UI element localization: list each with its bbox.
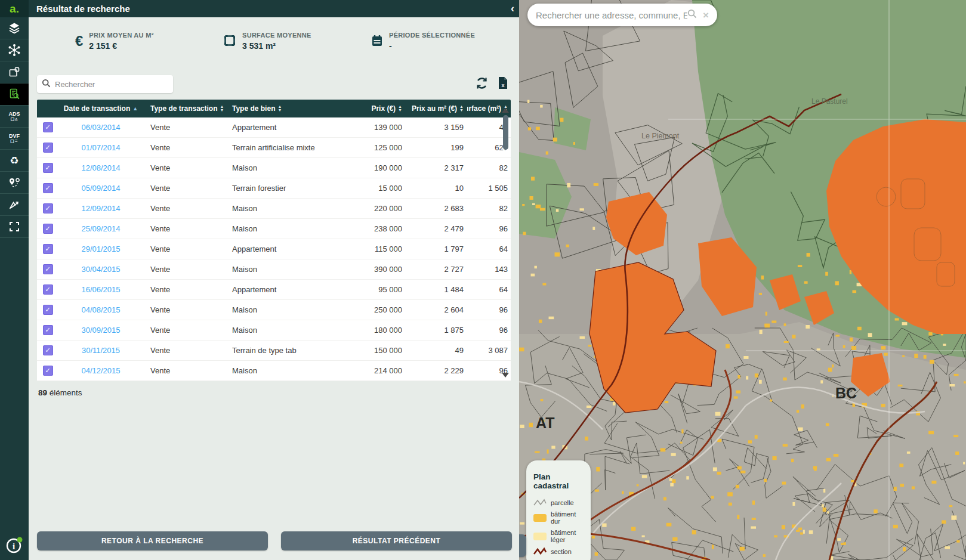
building-footprint [520,425,524,428]
row-checkbox[interactable]: ✓ [43,143,53,153]
table-row[interactable]: ✓30/11/2015VenteTerrain de type tab150 0… [37,341,511,361]
row-checkbox[interactable]: ✓ [43,305,53,315]
sort-icon[interactable]: ▲▼ [277,105,282,112]
table-row[interactable]: ✓16/06/2015VenteAppartement95 0001 48464 [37,280,511,300]
refresh-button[interactable] [475,76,489,92]
transaction-date-link[interactable]: 30/09/2015 [81,326,120,335]
sort-icon[interactable]: ▲▼ [398,105,402,112]
column-header[interactable]: Date de transaction▲ [58,104,143,113]
table-scrollbar-thumb[interactable] [503,115,508,150]
transaction-date-link[interactable]: 30/11/2015 [82,346,120,355]
table-cell: 3 087 [467,346,516,355]
table-row[interactable]: ✓04/12/2015VenteMaison214 0002 22996 [37,361,511,381]
map-search-icon[interactable] [687,9,697,21]
building-footprint [761,276,764,280]
column-header[interactable]: Prix au m² (€)▲▼ [406,104,467,113]
surface-icon [223,34,236,49]
row-checkbox[interactable]: ✓ [43,366,53,376]
row-checkbox[interactable]: ✓ [43,325,53,335]
building-footprint [680,442,683,444]
table-cell: Vente [143,346,229,355]
table-row[interactable]: ✓04/08/2015VenteMaison250 0002 60496 [37,300,511,320]
table-row[interactable]: ✓05/09/2014VenteTerrain forestier15 0001… [37,178,511,199]
sidebar-item-dvf[interactable]: DVF◻≡ [0,128,29,150]
row-checkbox[interactable]: ✓ [43,224,53,234]
sidebar-item-terrain[interactable] [0,194,29,216]
map-corner-control[interactable] [519,534,526,557]
table-row[interactable]: ✓25/09/2014VenteMaison238 0002 47996 [37,219,511,239]
back-to-search-button[interactable]: RETOUR À LA RECHERCHE [37,531,268,550]
row-checkbox[interactable]: ✓ [43,244,53,254]
sidebar-item-pinwheel[interactable]: ♻ [0,150,29,172]
sidebar-item-search-results[interactable] [0,83,29,106]
sidebar-item-share-map[interactable] [0,61,29,83]
table-row[interactable]: ✓12/08/2014VenteMaison190 0002 31782 [37,158,511,178]
table-row[interactable]: ✓30/04/2015VenteMaison390 0002 727143 [37,259,511,280]
column-header[interactable]: Type de transaction▲▼ [143,104,229,113]
export-xlsx-button[interactable]: x [497,76,508,92]
map-search-clear-icon[interactable]: × [703,10,709,20]
map-region[interactable]: Le Piemont Le Pasturel AT BC × Plan cada… [519,0,966,560]
sort-ascending-icon[interactable]: ▲ [132,106,138,112]
transaction-date-link[interactable]: 01/07/2014 [81,143,120,152]
row-checkbox[interactable]: ✓ [43,183,53,193]
row-checkbox[interactable]: ✓ [43,284,53,295]
map-label-pasturel: Le Pasturel [811,97,848,106]
table-row[interactable]: ✓29/01/2015VenteAppartement115 0001 7976… [37,239,511,259]
app-logo[interactable]: a. [0,0,29,17]
column-header[interactable]: Type de bien▲▼ [229,104,351,113]
sidebar-item-layers[interactable] [0,17,29,39]
building-footprint [949,505,952,507]
table-cell: 180 000 [351,326,406,335]
table-cell: 2 604 [406,305,467,314]
map-search-input[interactable] [536,10,687,20]
row-checkbox[interactable]: ✓ [43,203,53,214]
map-section-label-bc: BC [835,385,857,401]
network-icon [8,44,21,57]
table-row[interactable]: ✓06/03/2014VenteAppartement139 0003 1594… [37,117,511,138]
building-footprint [588,345,592,346]
building-footprint [823,489,825,493]
table-search[interactable] [37,75,173,93]
building-footprint [825,272,828,276]
table-search-input[interactable] [55,80,162,89]
table-row[interactable]: ✓30/09/2015VenteMaison180 0001 87596 [37,320,511,341]
table-row[interactable]: ✓12/09/2014VenteMaison220 0002 68382 [37,199,511,219]
sidebar-item-ads[interactable]: ADS◻▵ [0,106,29,128]
sidebar-item-route[interactable] [0,172,29,194]
collapse-panel-button[interactable]: ‹ [511,2,514,15]
table-scroll-up-arrow[interactable] [502,108,509,113]
legend-item-section: section [533,547,585,555]
building-footprint [713,468,717,472]
row-checkbox[interactable]: ✓ [43,163,53,173]
sidebar-item-network[interactable] [0,39,29,61]
sidebar-item-fullscreen[interactable] [0,216,29,238]
transaction-date-link[interactable]: 12/09/2014 [81,204,120,213]
previous-result-button[interactable]: RÉSULTAT PRÉCÉDENT [281,531,512,550]
transaction-date-link[interactable]: 30/04/2015 [81,265,120,274]
row-checkbox[interactable]: ✓ [43,122,53,132]
transaction-date-link[interactable]: 29/01/2015 [81,245,120,253]
building-footprint [907,451,911,454]
row-checkbox[interactable]: ✓ [43,345,53,355]
table-scroll-down-arrow[interactable] [502,373,509,378]
transaction-date-link[interactable]: 05/09/2014 [81,184,120,193]
transaction-date-link[interactable]: 06/03/2014 [81,123,120,132]
results-table: Date de transaction▲Type de transaction▲… [37,100,511,381]
row-checkbox[interactable]: ✓ [43,264,53,274]
info-button[interactable]: i [0,533,29,560]
table-cell: Vente [143,204,229,213]
transaction-date-link[interactable]: 04/08/2015 [81,305,120,314]
building-footprint [560,118,563,122]
building-footprint [783,378,787,380]
table-cell: 150 000 [351,346,406,355]
transaction-date-link[interactable]: 12/08/2014 [81,163,120,172]
column-header[interactable]: Prix (€)▲▼ [351,104,406,113]
transaction-date-link[interactable]: 25/09/2014 [81,224,120,233]
table-row[interactable]: ✓01/07/2014VenteTerrain artificialise mi… [37,138,511,158]
transaction-date-link[interactable]: 04/12/2015 [81,366,120,375]
transaction-date-link[interactable]: 16/06/2015 [81,285,120,294]
map-search-bar[interactable]: × [527,4,717,26]
sort-icon[interactable]: ▲▼ [459,105,464,112]
sort-icon[interactable]: ▲▼ [220,105,224,112]
